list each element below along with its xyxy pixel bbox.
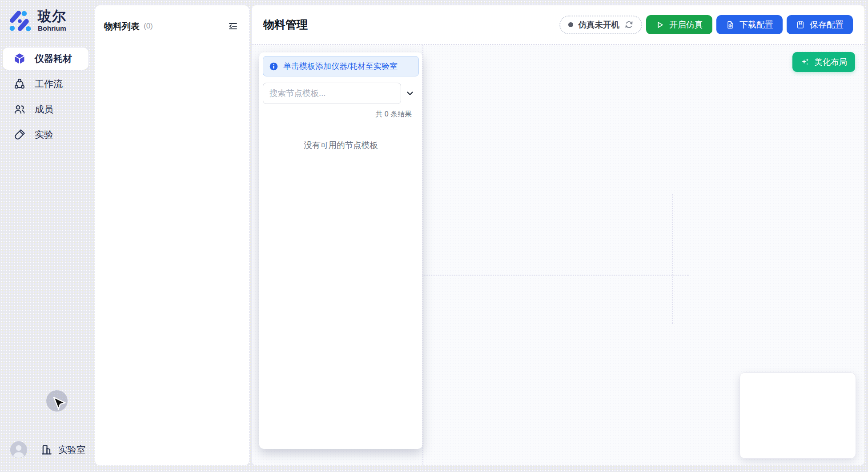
minimap-panel[interactable]	[739, 372, 856, 459]
sidebar-item-label: 工作流	[35, 78, 63, 90]
sidebar-item-instruments[interactable]: 仪器耗材	[3, 48, 88, 70]
save-config-button[interactable]: 保存配置	[787, 15, 853, 34]
sidebar-item-label: 成员	[35, 103, 53, 116]
avatar[interactable]	[10, 441, 27, 458]
workflow-icon	[13, 78, 26, 90]
save-icon	[796, 20, 805, 29]
result-count: 共 0 条结果	[263, 110, 419, 119]
file-download-icon	[726, 20, 735, 29]
canvas-guide-horizontal	[422, 275, 689, 276]
sidebar-item-workflow[interactable]: 工作流	[3, 73, 88, 95]
material-list-panel: 物料列表 (0)	[95, 5, 249, 465]
material-list-count: (0)	[144, 22, 153, 31]
canvas-guide-vertical	[422, 45, 423, 465]
start-simulation-button[interactable]: 开启仿真	[646, 15, 712, 34]
canvas-guide-vertical	[672, 194, 673, 324]
simulation-status-text: 仿真未开机	[579, 19, 620, 30]
sidebar-item-experiments[interactable]: 实验	[3, 124, 88, 146]
experiment-icon	[13, 128, 26, 141]
bohrium-logo-icon	[8, 9, 32, 33]
cube-icon	[13, 52, 26, 65]
hint-banner-text: 单击模板添加仪器/耗材至实验室	[283, 61, 398, 72]
simulation-status-pill[interactable]: 仿真未开机	[559, 16, 643, 34]
material-list-title: 物料列表	[104, 20, 140, 32]
material-management-panel: 物料管理 仿真未开机 开启仿真	[252, 5, 864, 465]
page-title: 物料管理	[263, 17, 308, 32]
lab-switcher[interactable]: 实验室	[40, 444, 86, 456]
chevron-down-icon[interactable]	[401, 84, 419, 102]
template-tool-panel: 单击模板添加仪器/耗材至实验室 共 0 条结果 没有可用的节点模板	[259, 52, 422, 449]
members-icon	[13, 103, 26, 116]
sidebar-item-label: 实验	[35, 128, 53, 141]
main-header: 物料管理 仿真未开机 开启仿真	[252, 5, 864, 45]
brand-name: 玻尔	[38, 9, 66, 24]
building-icon	[40, 444, 53, 456]
collapse-panel-icon[interactable]	[227, 20, 239, 32]
mouse-cursor	[52, 397, 66, 412]
sidebar-item-members[interactable]: 成员	[3, 98, 88, 120]
empty-state-text: 没有可用的节点模板	[263, 140, 419, 151]
play-icon	[655, 20, 664, 29]
lab-label: 实验室	[58, 444, 86, 456]
hint-banner: 单击模板添加仪器/耗材至实验室	[263, 56, 419, 76]
beautify-layout-button[interactable]: 美化布局	[792, 52, 855, 72]
brand-subtitle: Bohrium	[38, 24, 66, 32]
sidebar-item-label: 仪器耗材	[35, 52, 72, 65]
layout-canvas[interactable]: 单击模板添加仪器/耗材至实验室 共 0 条结果 没有可用的节点模板 美化布局	[252, 45, 864, 465]
sidebar-nav: 仪器耗材 工作流 成员	[3, 48, 88, 149]
download-config-button[interactable]: 下载配置	[716, 15, 783, 34]
brand-logo: 玻尔 Bohrium	[8, 9, 66, 33]
search-template-input[interactable]	[263, 83, 401, 104]
status-dot-icon	[568, 22, 573, 27]
info-icon	[269, 62, 278, 71]
sparkles-icon	[800, 57, 810, 67]
refresh-icon[interactable]	[625, 20, 633, 29]
